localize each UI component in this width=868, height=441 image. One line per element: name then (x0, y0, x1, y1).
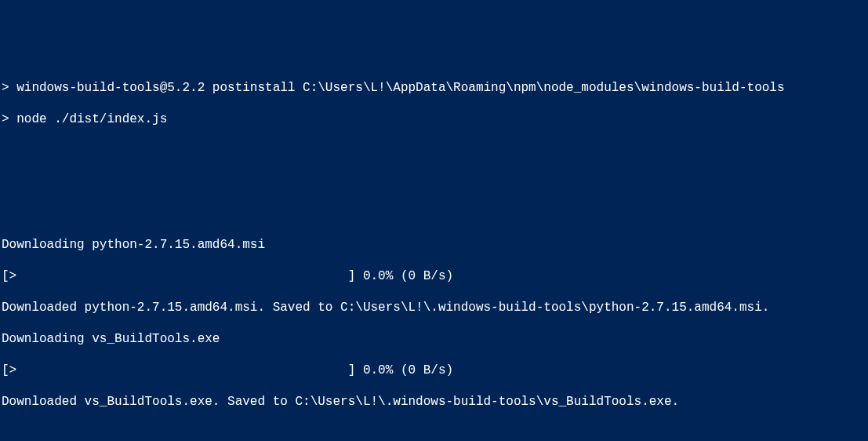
blank-line (2, 425, 866, 441)
text: node ./dist/index.js (16, 112, 167, 126)
blank-line (2, 206, 866, 221)
output-line: > windows-build-tools@5.2.2 postinstall … (2, 80, 866, 96)
output-line: Downloading vs_BuildTools.exe (2, 331, 866, 347)
progress-bar: [> ] 0.0% (0 B/s) (2, 268, 866, 284)
output-line: Downloaded vs_BuildTools.exe. Saved to C… (2, 394, 866, 410)
progress-bar: [> ] 0.0% (0 B/s) (2, 363, 866, 378)
output-line: Downloaded python-2.7.15.amd64.msi. Save… (2, 300, 866, 315)
blank-line (2, 174, 866, 190)
output-line: > node ./dist/index.js (2, 111, 866, 127)
prompt-marker: > (2, 112, 16, 126)
output-line: Downloading python-2.7.15.amd64.msi (2, 237, 866, 253)
prompt-marker: > (2, 81, 16, 95)
blank-line (2, 143, 866, 159)
terminal-output[interactable]: > windows-build-tools@5.2.2 postinstall … (2, 64, 866, 441)
text: windows-build-tools@5.2.2 postinstall C:… (16, 81, 784, 95)
